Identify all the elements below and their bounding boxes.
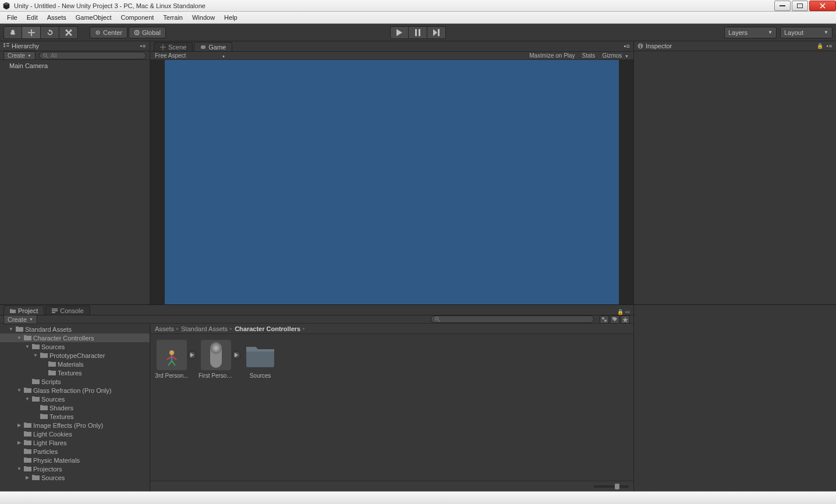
play-indicator-icon[interactable] bbox=[232, 351, 240, 359]
pause-button[interactable] bbox=[409, 26, 427, 39]
project-tree[interactable]: ▼Standard Assets▼Character Controllers▼S… bbox=[0, 324, 150, 491]
console-tab[interactable]: Console bbox=[45, 306, 90, 315]
game-view[interactable] bbox=[150, 60, 633, 304]
menu-gameobject[interactable]: GameObject bbox=[71, 12, 116, 23]
scale-tool-button[interactable] bbox=[59, 26, 78, 39]
tree-item[interactable]: Light Cookies bbox=[0, 430, 150, 438]
menu-component[interactable]: Component bbox=[116, 12, 158, 23]
project-create-dropdown[interactable]: Create ▼ bbox=[3, 315, 37, 324]
game-tab[interactable]: Game bbox=[194, 42, 232, 51]
expand-arrow-icon[interactable]: ▶ bbox=[16, 423, 22, 428]
asset-item[interactable]: First Person... bbox=[200, 340, 232, 475]
step-button[interactable] bbox=[427, 26, 446, 39]
maximize-on-play-toggle[interactable]: Maximize on Play bbox=[529, 52, 575, 59]
tree-item[interactable]: Materials bbox=[0, 360, 150, 368]
tree-item[interactable]: ▼Sources bbox=[0, 395, 150, 403]
expand-arrow-icon[interactable]: ▼ bbox=[16, 466, 22, 471]
project-tab[interactable]: Project bbox=[3, 306, 44, 315]
tree-item[interactable]: Scripts bbox=[0, 377, 150, 386]
expand-arrow-icon[interactable]: ▼ bbox=[16, 388, 22, 393]
tree-item[interactable]: ▶Sources bbox=[0, 473, 150, 482]
scene-tab[interactable]: Scene bbox=[154, 42, 193, 51]
save-search-button[interactable] bbox=[621, 315, 630, 324]
window-title: Unity - Untitled - New Unity Project 3 -… bbox=[14, 2, 206, 9]
menu-assets[interactable]: Assets bbox=[42, 12, 71, 23]
layout-dropdown[interactable]: Layout ▼ bbox=[780, 27, 833, 38]
asset-item[interactable]: Sources bbox=[245, 340, 276, 475]
expand-arrow-icon[interactable]: ▶ bbox=[16, 440, 22, 445]
window-maximize-button[interactable] bbox=[792, 1, 808, 11]
hierarchy-list[interactable]: Main Camera bbox=[0, 60, 150, 304]
tree-item-label: Materials bbox=[58, 361, 84, 368]
svg-rect-24 bbox=[52, 310, 58, 311]
asset-label: First Person... bbox=[199, 372, 233, 379]
tree-item[interactable]: ▼PrototypeCharacter bbox=[0, 351, 150, 360]
filter-by-label-button[interactable] bbox=[610, 315, 619, 324]
lock-icon[interactable]: 🔒 bbox=[817, 43, 823, 49]
main-toolbar: Center Global Layers ▼ Layout ▼ bbox=[0, 24, 836, 41]
svg-line-27 bbox=[438, 320, 440, 322]
gizmos-dropdown[interactable]: Gizmos ▼ bbox=[602, 52, 629, 59]
rotate-tool-button[interactable] bbox=[41, 26, 59, 39]
tree-item[interactable]: ▼Projectors bbox=[0, 464, 150, 473]
tree-item[interactable]: ▼Character Controllers bbox=[0, 333, 150, 342]
play-button[interactable] bbox=[390, 26, 409, 39]
tree-item[interactable]: ▶Light Flares bbox=[0, 438, 150, 447]
hierarchy-item[interactable]: Main Camera bbox=[0, 61, 150, 70]
hierarchy-tab[interactable]: Hierarchy ▪≡ bbox=[0, 41, 150, 51]
panel-options-icon[interactable]: 🔒 ▪≡ bbox=[617, 309, 630, 315]
thumbnail-size-slider[interactable] bbox=[594, 485, 629, 488]
hierarchy-tab-label: Hierarchy bbox=[12, 42, 39, 49]
tree-item-label: PrototypeCharacter bbox=[49, 352, 105, 359]
project-search-input[interactable] bbox=[431, 315, 594, 323]
chevron-down-icon: ▼ bbox=[27, 54, 31, 58]
asset-item[interactable]: 3rd Person... bbox=[156, 340, 187, 475]
expand-arrow-icon[interactable]: ▼ bbox=[16, 335, 22, 340]
menu-terrain[interactable]: Terrain bbox=[158, 12, 187, 23]
layers-dropdown[interactable]: Layers ▼ bbox=[724, 27, 777, 38]
stats-toggle[interactable]: Stats bbox=[582, 52, 596, 59]
expand-arrow-icon[interactable]: ▼ bbox=[33, 353, 38, 358]
tree-item[interactable]: Shaders bbox=[0, 403, 150, 412]
panel-options-icon[interactable]: ▪≡ bbox=[140, 43, 146, 49]
menu-file[interactable]: File bbox=[2, 12, 22, 23]
tree-item[interactable]: Textures bbox=[0, 412, 150, 421]
tree-item[interactable]: Particles bbox=[0, 447, 150, 456]
hand-tool-button[interactable] bbox=[3, 26, 22, 39]
window-close-button[interactable] bbox=[809, 1, 836, 11]
search-icon bbox=[435, 317, 440, 322]
panel-options-icon[interactable]: ▪≡ bbox=[624, 42, 630, 49]
hierarchy-create-dropdown[interactable]: Create ▼ bbox=[3, 51, 36, 60]
tree-item-label: Light Flares bbox=[33, 439, 66, 446]
hierarchy-search-input[interactable]: All bbox=[39, 52, 146, 59]
expand-arrow-icon[interactable]: ▼ bbox=[24, 396, 30, 402]
space-toggle[interactable]: Global bbox=[129, 27, 166, 38]
menu-edit[interactable]: Edit bbox=[22, 12, 42, 23]
tree-item[interactable]: ▼Glass Refraction (Pro Only) bbox=[0, 386, 150, 395]
aspect-dropdown[interactable]: Free Aspect ♦ bbox=[155, 52, 225, 59]
expand-arrow-icon[interactable]: ▶ bbox=[24, 475, 30, 480]
tree-item[interactable]: Textures bbox=[0, 368, 150, 377]
prefab-thumbnail bbox=[157, 340, 187, 370]
play-indicator-icon[interactable] bbox=[188, 351, 196, 359]
tree-item[interactable]: ▼Standard Assets bbox=[0, 325, 150, 333]
menu-help[interactable]: Help bbox=[219, 12, 242, 23]
move-tool-button[interactable] bbox=[22, 26, 41, 39]
tree-item[interactable]: ▶Image Effects (Pro Only) bbox=[0, 421, 150, 430]
breadcrumb-item[interactable]: Standard Assets bbox=[181, 325, 228, 332]
window-minimize-button[interactable] bbox=[774, 1, 791, 11]
filter-by-type-button[interactable] bbox=[600, 315, 609, 324]
menu-window[interactable]: Window bbox=[187, 12, 219, 23]
menubar: File Edit Assets GameObject Component Te… bbox=[0, 12, 836, 24]
breadcrumb-item[interactable]: Assets bbox=[155, 325, 174, 332]
expand-arrow-icon[interactable]: ▼ bbox=[24, 344, 30, 349]
inspector-tab[interactable]: Inspector 🔒 ▪≡ bbox=[634, 41, 836, 51]
expand-arrow-icon[interactable]: ▼ bbox=[8, 326, 14, 332]
tree-item[interactable]: Physic Materials bbox=[0, 456, 150, 464]
pivot-toggle[interactable]: Center bbox=[90, 27, 127, 38]
breadcrumb-current[interactable]: Character Controllers bbox=[235, 325, 300, 332]
panel-options-icon[interactable]: ▪≡ bbox=[827, 43, 833, 49]
asset-grid[interactable]: 3rd Person...First Person...Sources bbox=[150, 334, 633, 481]
tree-item[interactable]: ▼Sources bbox=[0, 342, 150, 351]
svg-point-28 bbox=[602, 317, 604, 320]
